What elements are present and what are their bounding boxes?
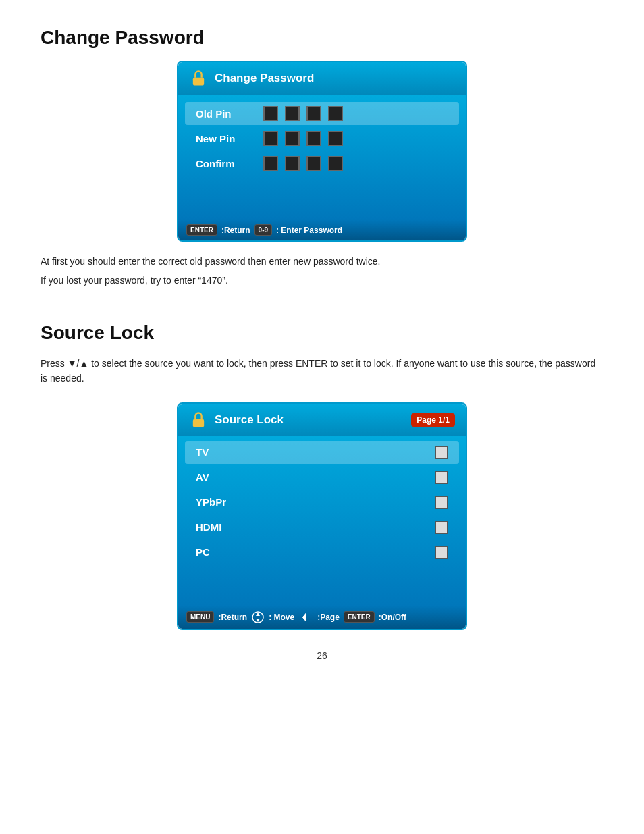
source-header-left: Source Lock (189, 411, 284, 429)
source-row-tv: TV (185, 441, 459, 464)
source-checkbox-tv (435, 446, 448, 459)
source-return-label: :Return (218, 613, 247, 622)
enter-key-badge: ENTER (186, 224, 217, 236)
confirm-pin-dot-1 (263, 156, 278, 171)
old-pin-dots (263, 106, 343, 121)
svg-marker-6 (302, 613, 306, 621)
source-checkbox-pc (435, 546, 448, 559)
confirm-pin-dot-3 (306, 156, 321, 171)
new-pin-row: New Pin (185, 127, 459, 150)
source-lock-title: Source Lock (41, 322, 603, 344)
old-pin-label: Old Pin (196, 108, 257, 120)
dialog-title: Change Password (215, 72, 314, 85)
change-password-desc1: At first you should enter the correct ol… (41, 254, 603, 269)
confirm-pin-row: Confirm (185, 152, 459, 175)
source-row-pc: PC (185, 541, 459, 564)
source-checkbox-hdmi (435, 521, 448, 534)
move-label: : Move (269, 613, 294, 622)
confirm-pin-label: Confirm (196, 158, 257, 170)
new-pin-dot-3 (306, 131, 321, 146)
svg-marker-3 (256, 613, 260, 616)
pin-dot-1 (263, 106, 278, 121)
confirm-pin-dot-2 (285, 156, 300, 171)
move-icon (251, 610, 265, 624)
source-row-hdmi: HDMI (185, 516, 459, 539)
source-row-ypbpr: YPbPr (185, 491, 459, 514)
new-pin-dot-4 (328, 131, 343, 146)
source-divider (185, 600, 459, 600)
source-checkbox-av (435, 471, 448, 484)
dialog-body: Old Pin New Pin Confirm (178, 95, 466, 219)
source-dialog-body: TV AV YPbPr HDMI PC (178, 436, 466, 606)
svg-rect-0 (193, 78, 204, 86)
change-password-dialog: Change Password Old Pin New Pin Confirm (177, 61, 467, 242)
pin-dot-3 (306, 106, 321, 121)
source-enter-key-badge: ENTER (344, 611, 375, 623)
dialog-divider (185, 211, 459, 211)
source-label-ypbpr: YPbPr (196, 496, 226, 508)
enter-pass-label: : Enter Password (276, 226, 342, 235)
page-number: 26 (41, 650, 603, 661)
source-label-av: AV (196, 471, 209, 483)
source-dialog-footer: MENU :Return : Move :Page ENTER :On/Off (178, 606, 466, 629)
page-label: :Page (317, 613, 340, 622)
dialog-footer: ENTER :Return 0-9 : Enter Password (178, 219, 466, 240)
source-label-hdmi: HDMI (196, 521, 221, 533)
dialog-header: Change Password (178, 62, 466, 95)
on-off-label: :On/Off (379, 613, 406, 622)
dialog-spacer (178, 177, 466, 204)
source-label-tv: TV (196, 446, 209, 458)
source-dialog-header: Source Lock Page 1/1 (178, 404, 466, 436)
page-icon (298, 612, 313, 623)
svg-marker-4 (256, 619, 260, 622)
source-dialog-title: Source Lock (215, 413, 284, 427)
num-key-badge: 0-9 (254, 224, 272, 236)
new-pin-dot-1 (263, 131, 278, 146)
confirm-pin-dots (263, 156, 343, 171)
new-pin-label: New Pin (196, 133, 257, 145)
old-pin-row: Old Pin (185, 102, 459, 125)
new-pin-dot-2 (285, 131, 300, 146)
confirm-pin-dot-4 (328, 156, 343, 171)
menu-key-badge: MENU (186, 611, 214, 623)
lock-icon (189, 69, 208, 88)
source-lock-icon (189, 411, 208, 429)
source-checkbox-ypbpr (435, 496, 448, 509)
source-label-pc: PC (196, 546, 210, 558)
page-badge: Page 1/1 (411, 413, 455, 427)
source-lock-desc: Press ▼/▲ to select the source you want … (41, 356, 603, 386)
new-pin-dots (263, 131, 343, 146)
change-password-desc2: If you lost your password, try to enter … (41, 273, 603, 288)
change-password-title: Change Password (41, 27, 603, 49)
source-row-av: AV (185, 466, 459, 489)
source-lock-dialog: Source Lock Page 1/1 TV AV YPbPr HDMI PC… (177, 402, 467, 630)
return-label: :Return (221, 226, 250, 235)
pin-dot-4 (328, 106, 343, 121)
pin-dot-2 (285, 106, 300, 121)
source-spacer (178, 566, 466, 593)
svg-rect-1 (193, 419, 204, 427)
